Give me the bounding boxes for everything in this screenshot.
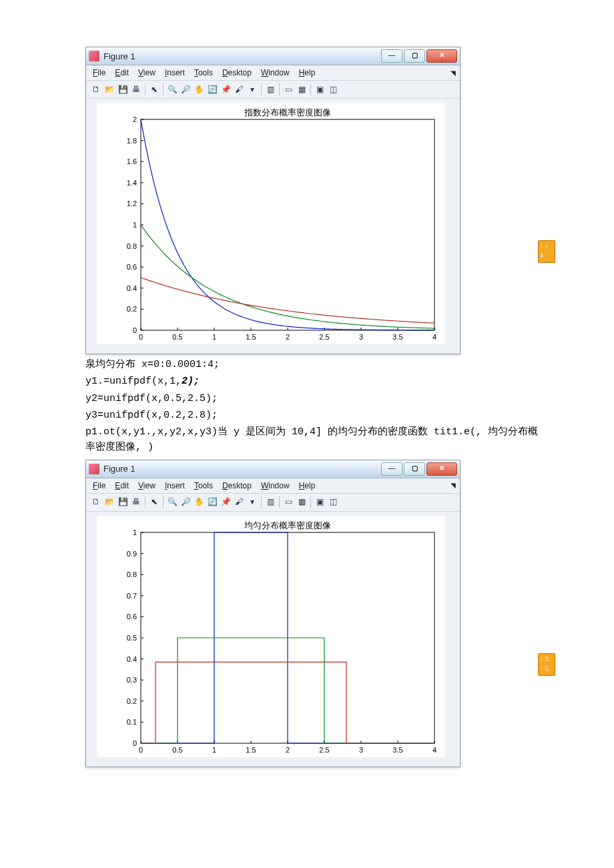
open-icon[interactable]: 📂 bbox=[103, 83, 115, 95]
svg-text:3.5: 3.5 bbox=[392, 333, 402, 341]
svg-text:指数分布概率密度图像: 指数分布概率密度图像 bbox=[244, 107, 331, 117]
pointer-icon[interactable]: ⬉ bbox=[148, 496, 160, 508]
svg-text:3: 3 bbox=[359, 333, 363, 341]
menu-help[interactable]: Help bbox=[299, 481, 316, 490]
insert-legend-icon[interactable]: ▭ bbox=[282, 83, 294, 95]
svg-text:1.6: 1.6 bbox=[127, 157, 137, 165]
menu-overflow-icon[interactable]: ◥ bbox=[450, 482, 456, 489]
svg-text:0.5: 0.5 bbox=[172, 746, 182, 754]
menu-window[interactable]: Window bbox=[261, 481, 290, 490]
maximize-button[interactable]: ▢ bbox=[404, 462, 425, 476]
svg-text:2.5: 2.5 bbox=[319, 333, 329, 341]
menu-window[interactable]: Window bbox=[261, 68, 290, 77]
menu-tools[interactable]: Tools bbox=[194, 481, 213, 490]
menu-desktop[interactable]: Desktop bbox=[222, 481, 252, 490]
data-cursor-icon[interactable]: 📌 bbox=[220, 496, 232, 508]
menu-desktop[interactable]: Desktop bbox=[222, 68, 252, 77]
data-cursor-icon[interactable]: 📌 bbox=[220, 83, 232, 95]
svg-text:2.5: 2.5 bbox=[319, 746, 329, 754]
new-icon[interactable]: 🗋 bbox=[90, 496, 102, 508]
svg-text:1.2: 1.2 bbox=[127, 199, 137, 207]
brush-icon[interactable]: 🖌 bbox=[233, 496, 245, 508]
zoom-out-icon[interactable]: 🔎 bbox=[180, 496, 192, 508]
svg-text:1: 1 bbox=[212, 333, 216, 341]
insert-legend-icon[interactable]: ▭ bbox=[282, 496, 294, 508]
titlebar[interactable]: Figure 1 — ▢ ✕ bbox=[86, 460, 460, 478]
minimize-button[interactable]: — bbox=[381, 462, 402, 476]
maximize-button[interactable]: ▢ bbox=[404, 49, 425, 63]
new-icon[interactable]: 🗋 bbox=[90, 83, 102, 95]
svg-text:0.5: 0.5 bbox=[172, 333, 182, 341]
code-line: y2=unifpdf(x,0.5,2.5); bbox=[85, 391, 541, 406]
svg-text:0.6: 0.6 bbox=[127, 263, 137, 271]
menubar[interactable]: File Edit View Insert Tools Desktop Wind… bbox=[86, 65, 460, 81]
show-plot-tools-icon[interactable]: ◫ bbox=[327, 83, 339, 95]
hide-plot-tools-icon[interactable]: ▣ bbox=[314, 83, 326, 95]
code-line: y1.=unifpdf(x,1,2); bbox=[85, 374, 541, 389]
menu-edit[interactable]: Edit bbox=[115, 481, 129, 490]
window-title: Figure 1 bbox=[103, 51, 381, 61]
link-icon[interactable]: ▾ bbox=[246, 83, 258, 95]
svg-text:2: 2 bbox=[286, 333, 290, 341]
toolbar[interactable]: 🗋 📂 💾 🖶 ⬉ 🔍 🔎 ✋ 🔄 📌 🖌 ▾ ▥ ▭ ▦ ▣ ◫ bbox=[86, 81, 460, 99]
print-icon[interactable]: 🖶 bbox=[130, 496, 142, 508]
menu-view[interactable]: View bbox=[138, 68, 156, 77]
show-plot-tools-icon[interactable]: ◫ bbox=[327, 496, 339, 508]
titlebar[interactable]: Figure 1 — ▢ ✕ bbox=[86, 47, 460, 65]
colorbar-icon[interactable]: ▥ bbox=[264, 83, 276, 95]
svg-text:0: 0 bbox=[139, 333, 143, 341]
svg-text:0.7: 0.7 bbox=[127, 591, 137, 599]
brush-icon[interactable]: 🖌 bbox=[233, 83, 245, 95]
pointer-icon[interactable]: ⬉ bbox=[148, 83, 160, 95]
toolbar[interactable]: 🗋 📂 💾 🖶 ⬉ 🔍 🔎 ✋ 🔄 📌 🖌 ▾ ▥ ▭ ▦ ▣ ◫ bbox=[86, 494, 460, 512]
insert-colorbar-icon[interactable]: ▦ bbox=[296, 496, 308, 508]
menu-edit[interactable]: Edit bbox=[115, 68, 129, 77]
menu-tools[interactable]: Tools bbox=[194, 68, 213, 77]
zoom-out-icon[interactable]: 🔎 bbox=[180, 83, 192, 95]
open-icon[interactable]: 📂 bbox=[103, 496, 115, 508]
side-tab[interactable]: ↑ 0. ↓ 5. bbox=[538, 653, 555, 676]
svg-text:0: 0 bbox=[133, 739, 137, 747]
menu-file[interactable]: File bbox=[93, 481, 105, 490]
svg-text:0.4: 0.4 bbox=[127, 284, 137, 292]
matlab-icon bbox=[89, 51, 99, 61]
insert-colorbar-icon[interactable]: ▦ bbox=[296, 83, 308, 95]
menu-file[interactable]: File bbox=[93, 68, 105, 77]
save-icon[interactable]: 💾 bbox=[117, 83, 129, 95]
zoom-in-icon[interactable]: 🔍 bbox=[166, 496, 178, 508]
colorbar-icon[interactable]: ▥ bbox=[264, 496, 276, 508]
pan-icon[interactable]: ✋ bbox=[193, 83, 205, 95]
svg-text:4: 4 bbox=[432, 333, 436, 341]
close-button[interactable]: ✕ bbox=[426, 49, 457, 63]
window-title: Figure 1 bbox=[103, 464, 381, 474]
rotate-icon[interactable]: 🔄 bbox=[206, 496, 218, 508]
print-icon[interactable]: 🖶 bbox=[130, 83, 142, 95]
side-tab[interactable]: ↑ ↓ 4. bbox=[538, 240, 555, 263]
save-icon[interactable]: 💾 bbox=[117, 496, 129, 508]
svg-text:1.8: 1.8 bbox=[127, 137, 137, 145]
exponential-chart: 指数分布概率密度图像00.511.522.533.5400.20.40.60.8… bbox=[97, 103, 445, 344]
svg-text:1.4: 1.4 bbox=[127, 179, 137, 187]
menu-overflow-icon[interactable]: ◥ bbox=[450, 69, 456, 77]
pan-icon[interactable]: ✋ bbox=[193, 496, 205, 508]
menu-insert[interactable]: Insert bbox=[165, 68, 185, 77]
svg-text:0.3: 0.3 bbox=[127, 676, 137, 684]
svg-text:0.6: 0.6 bbox=[127, 612, 137, 620]
hide-plot-tools-icon[interactable]: ▣ bbox=[314, 496, 326, 508]
menu-help[interactable]: Help bbox=[299, 68, 316, 77]
svg-text:0: 0 bbox=[133, 326, 137, 334]
uniform-chart: 均匀分布概率密度图像00.511.522.533.5400.10.20.30.4… bbox=[97, 516, 445, 757]
menubar[interactable]: File Edit View Insert Tools Desktop Wind… bbox=[86, 478, 460, 494]
link-icon[interactable]: ▾ bbox=[246, 496, 258, 508]
minimize-button[interactable]: — bbox=[381, 49, 402, 63]
svg-text:0.8: 0.8 bbox=[127, 570, 137, 578]
zoom-in-icon[interactable]: 🔍 bbox=[166, 83, 178, 95]
menu-insert[interactable]: Insert bbox=[165, 481, 185, 490]
svg-text:0.4: 0.4 bbox=[127, 655, 137, 663]
svg-text:0.2: 0.2 bbox=[127, 305, 137, 313]
menu-view[interactable]: View bbox=[138, 481, 156, 490]
matlab-icon bbox=[89, 464, 99, 474]
close-button[interactable]: ✕ bbox=[426, 462, 457, 476]
svg-text:均匀分布概率密度图像: 均匀分布概率密度图像 bbox=[244, 520, 331, 530]
rotate-icon[interactable]: 🔄 bbox=[206, 83, 218, 95]
